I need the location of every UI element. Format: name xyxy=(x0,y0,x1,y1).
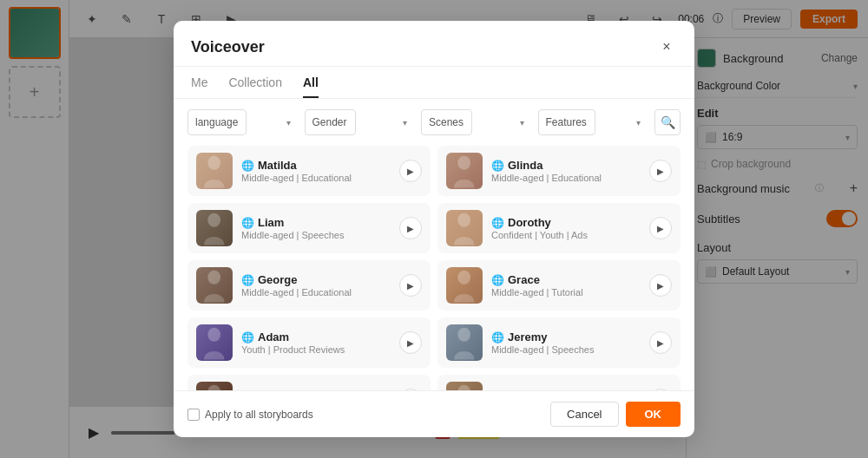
voice-avatar-matilda xyxy=(196,153,233,189)
scenes-filter[interactable]: Scenes xyxy=(421,109,472,135)
play-voice-button-dorothy[interactable]: ▶ xyxy=(649,217,672,239)
voice-tags-george: Middle-aged | Educational xyxy=(241,287,391,298)
svg-point-1 xyxy=(458,156,471,170)
voice-name-george: George xyxy=(258,273,298,286)
voice-info-george: 🌐 George Middle-aged | Educational xyxy=(241,273,391,298)
language-filter-wrap[interactable]: language xyxy=(187,109,298,135)
voice-avatar-george xyxy=(196,267,233,304)
play-voice-button-liam[interactable]: ▶ xyxy=(399,217,422,239)
voice-tags-jeremy: Middle-aged | Speeches xyxy=(491,344,641,355)
voice-name-jeremy: Jeremy xyxy=(508,330,548,344)
voice-info-matilda: 🌐 Matilda Middle-aged | Educational xyxy=(241,159,391,183)
search-button[interactable]: 🔍 xyxy=(654,109,681,135)
voice-avatar-joseph xyxy=(196,382,233,390)
voice-card-matilda[interactable]: 🌐 Matilda Middle-aged | Educational ▶ xyxy=(187,146,431,196)
voice-tags-liam: Middle-aged | Speeches xyxy=(241,230,391,240)
tab-me[interactable]: Me xyxy=(191,75,207,98)
voice-card-jeremy[interactable]: 🌐 Jeremy Middle-aged | Speeches ▶ xyxy=(437,317,681,368)
voice-info-glinda: 🌐 Glinda Middle-aged | Educational xyxy=(491,159,641,183)
svg-point-0 xyxy=(208,156,221,170)
voice-tags-dorothy: Confident | Youth | Ads xyxy=(491,230,641,240)
voice-name-glinda: Glinda xyxy=(508,159,542,172)
voice-info-liam: 🌐 Liam Middle-aged | Speeches xyxy=(241,216,391,240)
voice-info-grace: 🌐 Grace Middle-aged | Tutorial xyxy=(491,273,641,298)
modal-tabs: Me Collection All xyxy=(174,67,694,99)
voice-flag-liam: 🌐 xyxy=(241,217,254,229)
voice-tags-grace: Middle-aged | Tutorial xyxy=(491,287,641,298)
play-voice-button-matilda[interactable]: ▶ xyxy=(399,160,422,182)
voiceover-modal: Voiceover × Me Collection All language G… xyxy=(174,21,694,437)
voice-flag-adam: 🌐 xyxy=(241,331,254,344)
apply-all-label: Apply to all storyboards xyxy=(205,409,313,421)
voice-name-liam: Liam xyxy=(258,216,284,229)
features-filter-wrap[interactable]: Features xyxy=(538,109,648,135)
svg-point-8 xyxy=(208,385,221,390)
voice-flag-matilda: 🌐 xyxy=(241,160,254,172)
play-voice-button-glinda[interactable]: ▶ xyxy=(649,160,672,182)
modal-header: Voiceover × xyxy=(174,21,694,67)
modal-footer: Apply to all storyboards Cancel OK xyxy=(174,390,694,437)
search-icon: 🔍 xyxy=(661,115,675,129)
play-voice-button-jeremy[interactable]: ▶ xyxy=(649,331,672,354)
voice-card-michael[interactable]: 🌐 Michael ▶ xyxy=(437,375,681,390)
voice-card-glinda[interactable]: 🌐 Glinda Middle-aged | Educational ▶ xyxy=(437,146,681,196)
svg-point-6 xyxy=(208,328,221,342)
voice-card-adam[interactable]: 🌐 Adam Youth | Product Reviews ▶ xyxy=(187,317,431,368)
modal-close-button[interactable]: × xyxy=(656,36,677,57)
play-voice-button-george[interactable]: ▶ xyxy=(399,274,422,297)
footer-buttons: Cancel OK xyxy=(550,402,681,427)
svg-point-3 xyxy=(458,213,471,227)
voice-card-joseph[interactable]: 🌐 Joseph ▶ xyxy=(187,375,431,390)
voice-info-jeremy: 🌐 Jeremy Middle-aged | Speeches xyxy=(491,330,641,355)
voice-name-grace: Grace xyxy=(508,273,540,286)
voice-info-dorothy: 🌐 Dorothy Confident | Youth | Ads xyxy=(491,216,641,240)
voice-flag-jeremy: 🌐 xyxy=(491,331,504,344)
filters-row: language Gender Scenes Features 🔍 xyxy=(174,99,694,146)
play-voice-button-grace[interactable]: ▶ xyxy=(649,274,672,297)
scenes-filter-wrap[interactable]: Scenes xyxy=(421,109,531,135)
voice-avatar-jeremy xyxy=(446,324,483,361)
voice-grid: 🌐 Matilda Middle-aged | Educational ▶ 🌐 xyxy=(174,146,694,390)
svg-point-5 xyxy=(458,271,471,285)
gender-filter[interactable]: Gender xyxy=(305,109,356,135)
voice-name-dorothy: Dorothy xyxy=(508,216,551,229)
voice-avatar-michael xyxy=(446,382,483,390)
voice-flag-glinda: 🌐 xyxy=(491,160,504,172)
voice-info-adam: 🌐 Adam Youth | Product Reviews xyxy=(241,330,391,355)
voice-card-dorothy[interactable]: 🌐 Dorothy Confident | Youth | Ads ▶ xyxy=(437,203,681,253)
play-voice-button-joseph[interactable]: ▶ xyxy=(399,389,422,390)
language-filter[interactable]: language xyxy=(187,109,247,135)
voice-avatar-glinda xyxy=(446,153,483,189)
tab-collection[interactable]: Collection xyxy=(228,75,281,98)
svg-point-9 xyxy=(458,385,471,390)
svg-point-4 xyxy=(208,271,221,285)
voice-card-liam[interactable]: 🌐 Liam Middle-aged | Speeches ▶ xyxy=(187,203,431,253)
voice-avatar-liam xyxy=(196,210,233,246)
voice-tags-glinda: Middle-aged | Educational xyxy=(491,173,641,183)
modal-title: Voiceover xyxy=(191,38,265,56)
tab-all[interactable]: All xyxy=(303,75,319,98)
svg-point-7 xyxy=(458,328,471,342)
voice-card-grace[interactable]: 🌐 Grace Middle-aged | Tutorial ▶ xyxy=(437,260,681,311)
play-voice-button-michael[interactable]: ▶ xyxy=(649,389,672,390)
voice-tags-matilda: Middle-aged | Educational xyxy=(241,173,391,183)
modal-overlay: Voiceover × Me Collection All language G… xyxy=(0,0,868,458)
gender-filter-wrap[interactable]: Gender xyxy=(305,109,415,135)
apply-all-row: Apply to all storyboards xyxy=(187,409,313,421)
voice-flag-dorothy: 🌐 xyxy=(491,217,504,229)
voice-card-george[interactable]: 🌐 George Middle-aged | Educational ▶ xyxy=(187,260,431,311)
voice-flag-grace: 🌐 xyxy=(491,274,504,286)
voice-flag-george: 🌐 xyxy=(241,274,254,286)
features-filter[interactable]: Features xyxy=(538,109,595,135)
voice-avatar-adam xyxy=(196,324,233,361)
apply-all-checkbox[interactable] xyxy=(187,409,200,421)
svg-point-2 xyxy=(208,213,221,227)
voice-avatar-dorothy xyxy=(446,210,483,246)
voice-name-adam: Adam xyxy=(258,330,289,344)
voice-tags-adam: Youth | Product Reviews xyxy=(241,344,391,355)
cancel-button[interactable]: Cancel xyxy=(550,402,618,427)
voice-avatar-grace xyxy=(446,267,483,304)
play-voice-button-adam[interactable]: ▶ xyxy=(399,331,422,354)
voice-name-matilda: Matilda xyxy=(258,159,297,172)
ok-button[interactable]: OK xyxy=(626,402,681,427)
